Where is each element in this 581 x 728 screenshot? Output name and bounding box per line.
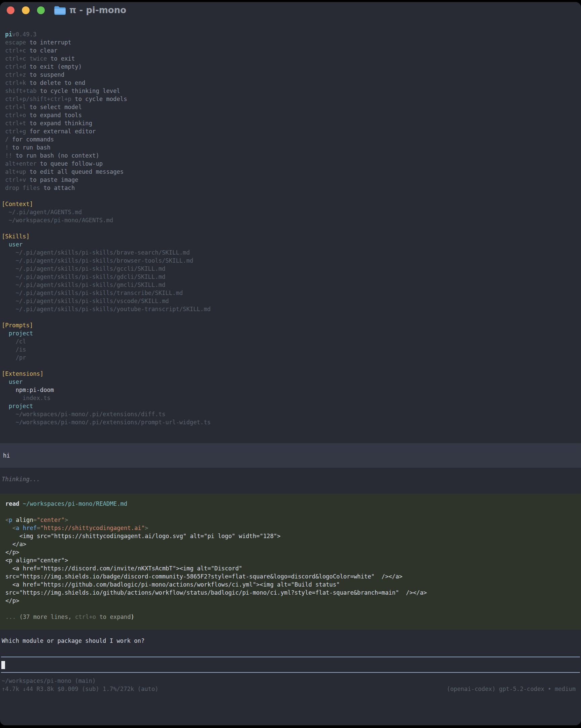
app-name: pi: [5, 31, 12, 38]
session-info: piv0.49.3 escapeto interrupt ctrl+cto cl…: [2, 30, 581, 426]
code-line: <a href="https://shittycodingagent.ai">: [5, 524, 576, 532]
tool-call-box: read ~/workspaces/pi-mono/README.md <p a…: [0, 494, 581, 630]
hint-line: !!to run bash (no context): [2, 152, 581, 160]
app-version-line: piv0.49.3: [2, 30, 581, 38]
extensions-project-scope: project: [2, 402, 581, 410]
blank-line: [2, 224, 581, 232]
hint-line: escapeto interrupt: [2, 38, 581, 47]
hint-line: alt+enterto queue follow-up: [2, 160, 581, 168]
extensions-section-header: [Extensions]: [2, 370, 581, 378]
prompts-section-header: [Prompts]: [2, 321, 581, 329]
hint-line: ctrl+zto suspend: [2, 71, 581, 79]
prompt-input[interactable]: [1, 657, 580, 673]
hint-line: ctrl+p/shift+ctrl+pto cycle models: [2, 95, 581, 103]
thinking-indicator: Thinking...: [2, 475, 40, 483]
truncation-notice: ... (37 more lines, ctrl+o to expand): [5, 613, 576, 621]
extension-path: ~/workspaces/pi-mono/.pi/extensions/diff…: [2, 410, 581, 418]
code-line: </p>: [5, 597, 576, 605]
skills-scope: user: [2, 240, 581, 249]
context-path: ~/.pi/agent/AGENTS.md: [2, 208, 581, 216]
tool-arg: ~/workspaces/pi-mono/README.md: [23, 500, 127, 507]
zoom-button[interactable]: [37, 6, 45, 14]
hint-line: ctrl+tto expand thinking: [2, 119, 581, 127]
prompt-item: /cl: [2, 337, 581, 345]
hint-line: ctrl+cto clear: [2, 47, 581, 55]
window-title: π - pi-mono: [69, 5, 126, 15]
hint-line: /for commands: [2, 135, 581, 144]
blank-line: [2, 362, 581, 370]
skill-path: ~/.pi/agent/skills/pi-skills/vscode/SKIL…: [2, 297, 581, 305]
skill-path: ~/.pi/agent/skills/pi-skills/brave-searc…: [2, 249, 581, 257]
code-line: <a href="https://github.com/badlogic/pi-…: [5, 580, 576, 589]
hint-line: ctrl+kto delete to end: [2, 79, 581, 87]
skill-path: ~/.pi/agent/skills/pi-skills/gccli/SKILL…: [2, 265, 581, 273]
skill-path: ~/.pi/agent/skills/pi-skills/youtube-tra…: [2, 305, 581, 313]
screen: { "window": { "title": "π - pi-mono" }, …: [0, 0, 581, 728]
skill-path: ~/.pi/agent/skills/pi-skills/browser-too…: [2, 257, 581, 265]
hint-line: shift+tabto cycle thinking level: [2, 87, 581, 95]
text-cursor[interactable]: [1, 661, 5, 669]
code-line: <p align="center">: [5, 556, 576, 564]
user-message-text: hi: [3, 451, 10, 460]
skill-path: ~/.pi/agent/skills/pi-skills/gdcli/SKILL…: [2, 273, 581, 281]
code-line: src="https://img.shields.io/github/actio…: [5, 589, 576, 597]
prompt-item: /is: [2, 345, 581, 354]
blank-line: [2, 313, 581, 321]
hint-line: ctrl+c twiceto exit: [2, 55, 581, 62]
extensions-user-scope: user: [2, 378, 581, 386]
code-line: </a>: [5, 540, 576, 548]
tool-call-header: read ~/workspaces/pi-mono/README.md: [5, 500, 576, 508]
skills-section-header: [Skills]: [2, 232, 581, 240]
blank-line: [5, 508, 576, 516]
status-bar: ~/workspaces/pi-mono (main) ↑4.7k ↓44 R3…: [2, 677, 576, 693]
extension-npm-file: index.ts: [2, 394, 581, 402]
prompts-scope: project: [2, 329, 581, 337]
minimize-button[interactable]: [22, 6, 30, 14]
code-line: <a href="https://discord.com/invite/nKXT…: [5, 564, 576, 572]
code-line: </p>: [5, 548, 576, 556]
extension-path: ~/workspaces/pi-mono/.pi/extensions/prom…: [2, 418, 581, 426]
code-line: src="https://img.shields.io/badge/discor…: [5, 572, 576, 580]
cwd-branch: ~/workspaces/pi-mono (main): [2, 677, 576, 685]
hint-line: ctrl+dto exit (empty): [2, 62, 581, 71]
prompt-item: /pr: [2, 354, 581, 362]
hint-line: ctrl+vto paste image: [2, 176, 581, 184]
hint-line: !to run bash: [2, 144, 581, 152]
blank-line: [2, 192, 581, 200]
context-path: ~/workspaces/pi-mono/AGENTS.md: [2, 216, 581, 224]
hint-line: drop filesto attach: [2, 184, 581, 192]
model-info: (openai-codex) gpt-5.2-codex • medium: [447, 685, 576, 693]
app-version: v0.49.3: [12, 31, 36, 38]
extension-npm-package: npm:pi-doom: [2, 386, 581, 394]
user-message: hi: [0, 443, 581, 468]
hint-line: alt+upto edit all queued messages: [2, 168, 581, 176]
hint-line: ctrl+gfor external editor: [2, 127, 581, 135]
skill-path: ~/.pi/agent/skills/pi-skills/transcribe/…: [2, 289, 581, 297]
hint-line: ctrl+oto expand tools: [2, 111, 581, 119]
context-section-header: [Context]: [2, 200, 581, 208]
hint-line: ctrl+lto select model: [2, 103, 581, 111]
skill-path: ~/.pi/agent/skills/pi-skills/gmcli/SKILL…: [2, 281, 581, 289]
code-line: <p align="center">: [5, 516, 576, 524]
assistant-message: Which module or package should I work on…: [2, 637, 144, 645]
folder-icon: [54, 5, 65, 17]
blank-line: [5, 605, 576, 613]
code-line: <img src="https://shittycodingagent.ai/l…: [5, 532, 576, 540]
close-button[interactable]: [7, 6, 15, 14]
tool-name: read: [5, 500, 19, 507]
